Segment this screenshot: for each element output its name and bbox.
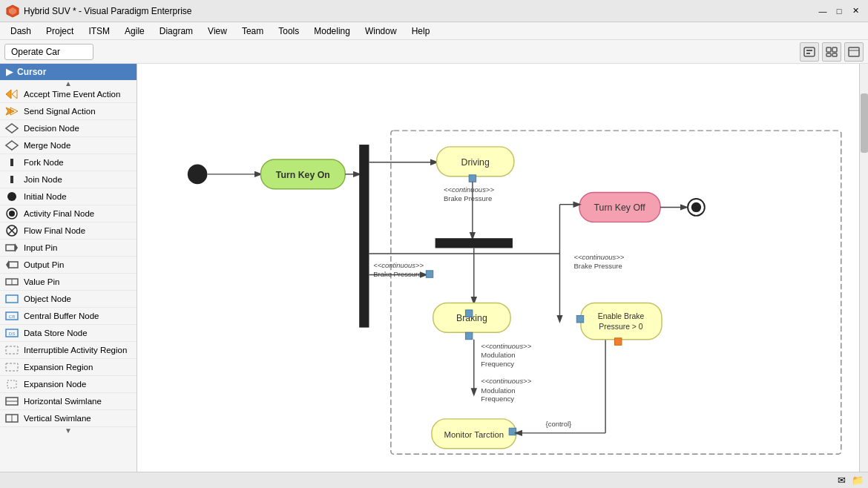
svg-rect-75 [509,428,516,435]
expansion-node-label: Expansion Node [24,380,86,389]
flow-final-label: Flow Final Node [24,226,85,235]
panel-item-h-swimlane[interactable]: Horizontal Swimlane [0,393,137,410]
cursor-arrow-icon: ▶ [6,67,13,77]
panel-item-interruptible[interactable]: Interruptible Activity Region [0,342,137,359]
menu-modeling[interactable]: Modeling [306,24,358,38]
menu-view[interactable]: View [200,24,234,38]
toolbar-btn-1[interactable] [800,42,819,62]
panel-item-expansion-region[interactable]: Expansion Region [0,359,137,376]
svg-marker-28 [6,260,9,269]
maximize-button[interactable]: □ [832,4,846,18]
svg-marker-26 [15,243,18,252]
data-store-icon: DS [4,327,19,339]
svg-rect-6 [832,47,837,52]
diagram-canvas[interactable]: Turn Key On Driving <<continuous>> Brake… [137,64,859,472]
output-pin-icon [4,259,19,271]
right-scrollbar[interactable] [859,64,868,472]
panel-header-label: Cursor [17,67,46,77]
panel-item-v-swimlane[interactable]: Vertical Swimlane [0,410,137,427]
interruptible-label: Interruptible Activity Region [24,346,127,355]
panel-header-cursor[interactable]: ▶ Cursor [0,64,137,80]
initial-node [188,165,208,185]
menu-itsm[interactable]: ITSM [81,24,117,38]
input-pin-label: Input Pin [24,243,57,252]
data-store-label: Data Store Node [24,329,88,337]
svg-rect-87 [614,338,621,345]
menu-diagram[interactable]: Diagram [152,24,200,38]
panel-item-central-buffer[interactable]: CB Central Buffer Node [0,308,137,325]
initial-node-icon [4,191,19,202]
close-button[interactable]: ✕ [849,4,862,18]
svg-rect-94 [576,315,583,322]
menu-window[interactable]: Window [358,24,404,38]
svg-text:Frequency: Frequency [481,360,514,368]
panel-item-fork[interactable]: Fork Node [0,154,137,171]
activity-final-label: Activity Final Node [24,209,94,218]
panel-item-initial[interactable]: Initial Node [0,188,137,205]
panel-item-activity-final[interactable]: Activity Final Node [0,205,137,222]
svg-text:Modulation: Modulation [481,386,515,395]
v-swimlane-label: Vertical Swimlane [24,414,91,423]
panel-item-merge[interactable]: Merge Node [0,137,137,154]
menu-project[interactable]: Project [39,24,81,38]
panel-item-expansion-node[interactable]: Expansion Node [0,376,137,393]
panel-item-flow-final[interactable]: Flow Final Node [0,222,137,240]
menu-agile[interactable]: Agile [117,24,152,38]
svg-rect-7 [826,53,831,56]
svg-text:<<continuous>>: <<continuous>> [573,253,624,261]
panel-item-value-pin[interactable]: Value Pin [0,274,137,291]
svg-text:Pressure > 0: Pressure > 0 [599,323,643,331]
folder-icon[interactable]: 📁 [852,475,864,486]
object-node-icon [4,293,19,305]
svg-text:Modulation: Modulation [481,351,515,359]
toolbar-btn-2[interactable] [822,42,841,62]
titlebar: Hybrid SUV * - Visual Paradigm Enterpris… [0,0,868,22]
statusbar: ✉ 📁 [0,472,868,488]
svg-text:Monitor Tarction: Monitor Tarction [444,430,504,439]
svg-rect-48 [359,145,369,328]
panel-item-data-store[interactable]: DS Data Store Node [0,325,137,342]
toolbar-btn-3[interactable] [844,42,864,62]
svg-rect-4 [806,53,810,54]
window-title: Hybrid SUV * - Visual Paradigm Enterpris… [24,6,816,16]
menu-help[interactable]: Help [404,24,438,38]
menu-team[interactable]: Team [234,24,271,38]
svg-text:<<continuous>>: <<continuous>> [481,342,531,350]
flow-final-icon [4,225,19,237]
merge-icon [4,139,19,151]
svg-rect-5 [826,47,831,52]
svg-rect-36 [6,346,18,354]
panel-item-decision[interactable]: Decision Node [0,120,137,137]
svg-rect-38 [7,380,16,388]
panel-item-send-signal[interactable]: Send Signal Action [0,103,137,120]
svg-rect-31 [6,295,18,303]
h-swimlane-icon [4,395,19,407]
svg-rect-84 [581,303,662,339]
central-buffer-icon: CB [4,310,19,322]
h-swimlane-label: Horizontal Swimlane [24,397,102,406]
send-signal-icon [4,105,19,117]
panel-item-output-pin[interactable]: Output Pin [0,257,137,274]
svg-text:Driving: Driving [461,157,490,168]
fork-label: Fork Node [24,158,64,167]
menu-tools[interactable]: Tools [271,24,306,38]
app-logo [6,4,19,18]
svg-rect-3 [806,50,812,51]
scroll-thumb[interactable] [861,93,868,153]
join-icon [4,174,19,185]
svg-rect-17 [10,159,13,166]
svg-rect-2 [804,47,815,56]
object-node-label: Object Node [24,294,71,303]
panel-item-accept-time[interactable]: Accept Time Event Action [0,86,137,103]
activity-final-icon [4,208,19,220]
panel-item-join[interactable]: Join Node [0,171,137,188]
panel-item-input-pin[interactable]: Input Pin [0,240,137,257]
menu-dash[interactable]: Dash [3,24,39,38]
svg-rect-27 [9,262,18,268]
minimize-button[interactable]: — [816,4,829,18]
left-panel: ▶ Cursor ▲ Accept Time Event Action Send… [0,64,137,472]
email-icon[interactable]: ✉ [838,475,846,486]
panel-item-object-node[interactable]: Object Node [0,291,137,308]
central-buffer-label: Central Buffer Node [24,311,99,320]
svg-text:Brake Pressure: Brake Pressure [373,270,421,278]
